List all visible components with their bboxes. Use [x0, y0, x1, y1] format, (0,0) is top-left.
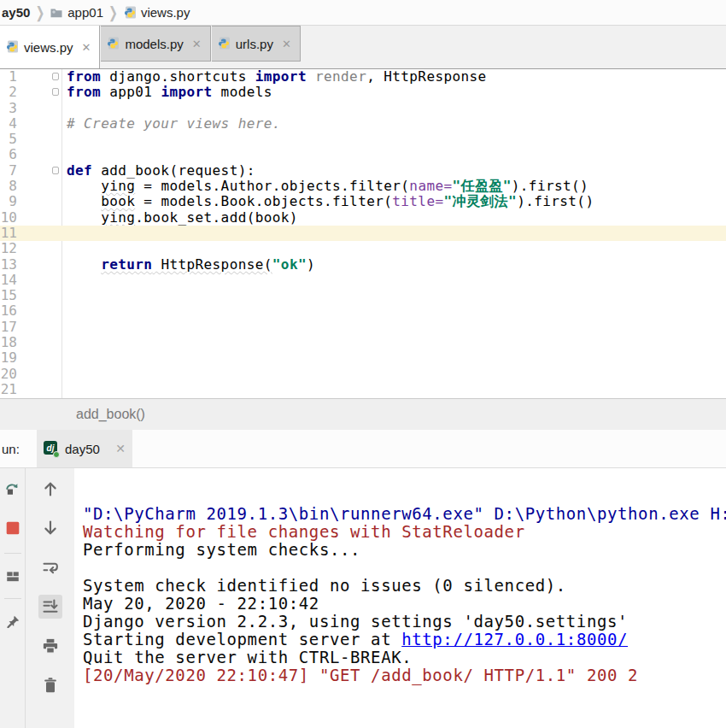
code-token: ).first() — [517, 193, 594, 209]
print-icon[interactable] — [41, 637, 60, 655]
line-number: 16 — [0, 303, 17, 319]
line-number: 4 — [0, 116, 17, 132]
code-editor[interactable]: 1from django.shortcuts import render, Ht… — [0, 69, 726, 398]
rerun-server-icon[interactable] — [3, 479, 22, 498]
up-arrow-icon[interactable] — [41, 479, 60, 498]
code-token: models — [213, 84, 272, 100]
code-line[interactable]: 5 — [0, 132, 726, 147]
code-line[interactable]: 13 return HttpResponse("ok") — [0, 257, 726, 273]
current-function-breadcrumb[interactable]: add_book() — [76, 407, 145, 422]
code-token: = models.Book.objects.filter( — [135, 193, 392, 209]
code-line[interactable]: 12 — [0, 241, 726, 256]
code-token: ).first() — [512, 178, 588, 194]
fold-marker-icon[interactable] — [52, 167, 59, 174]
code-line[interactable]: 8 ying = models.Author.objects.filter(na… — [0, 179, 726, 194]
console-text: Django version 2.2.3, using settings 'da… — [83, 612, 628, 631]
console-line: Quit the server with CTRL-BREAK. — [83, 649, 726, 666]
console-line: [20/May/2020 22:10:47] "GET /add_book/ H… — [83, 666, 726, 684]
console-line: System check identified no issues (0 sil… — [83, 577, 726, 595]
close-icon[interactable]: ✕ — [82, 41, 91, 54]
code-token: from — [67, 69, 101, 85]
code-token: = models.Author.objects.filter( — [135, 178, 409, 194]
python-file-icon — [217, 37, 231, 50]
tab-models-py[interactable]: models.py ✕ — [101, 26, 210, 62]
restore-layout-icon[interactable] — [3, 567, 22, 586]
line-number: 20 — [0, 367, 17, 382]
code-token: "冲灵剑法" — [443, 193, 517, 209]
code-token: import — [161, 84, 212, 100]
breadcrumb-project[interactable]: ay50 — [2, 5, 30, 20]
console-text: System check identified no issues (0 sil… — [83, 576, 566, 595]
code-line[interactable]: 3 — [0, 101, 726, 116]
close-icon[interactable]: ✕ — [115, 442, 126, 455]
scroll-to-end-icon[interactable] — [38, 595, 62, 619]
line-number: 1 — [0, 69, 17, 85]
line-number: 9 — [0, 194, 17, 209]
server-url-link[interactable]: http://127.0.0.1:8000/ — [401, 630, 628, 649]
breadcrumb-file[interactable]: views.py — [123, 5, 190, 20]
tab-views-py[interactable]: views.py ✕ — [0, 26, 100, 68]
code-line[interactable]: 16 — [0, 303, 726, 319]
code-line[interactable]: 7def add_book(request): — [0, 163, 726, 179]
code-line[interactable]: 1from django.shortcuts import render, Ht… — [0, 69, 726, 85]
code-line[interactable]: 14 — [0, 273, 726, 288]
code-line[interactable]: 21 — [0, 382, 726, 397]
run-tool-window-header: un: dj day50 ✕ — [0, 430, 726, 468]
fold-marker-icon[interactable] — [52, 73, 59, 80]
clear-all-icon[interactable] — [41, 676, 60, 695]
code-token: def — [67, 162, 92, 179]
code-line[interactable]: 19 — [0, 350, 726, 366]
close-icon[interactable]: ✕ — [282, 38, 291, 50]
code-token — [67, 209, 101, 226]
run-config-tab-day50[interactable]: dj day50 ✕ — [37, 430, 132, 467]
console-text: Performing system checks... — [83, 540, 360, 559]
tab-urls-py[interactable]: urls.py ✕ — [212, 26, 301, 62]
code-line[interactable]: 20 — [0, 367, 726, 382]
stop-icon[interactable] — [3, 519, 22, 537]
code-token: "ok" — [272, 256, 307, 273]
console-line — [83, 559, 726, 577]
run-console-output[interactable]: "D:\PyCharm 2019.1.3\bin\runnerw64.exe" … — [74, 468, 726, 728]
code-line[interactable]: 9 book = models.Book.objects.filter(titl… — [0, 194, 726, 209]
tab-label: views.py — [24, 40, 73, 55]
close-icon[interactable]: ✕ — [192, 38, 202, 50]
console-line: Watching for file changes with StatReloa… — [83, 523, 726, 541]
code-token: ying — [101, 209, 135, 226]
code-token: app01 — [101, 84, 161, 100]
breadcrumb-package[interactable]: app01 — [50, 5, 103, 20]
editor-breadcrumb-bar: add_book() — [0, 398, 726, 430]
soft-wrap-icon[interactable] — [41, 558, 60, 577]
code-token: from — [67, 84, 101, 100]
python-file-icon — [5, 40, 19, 54]
line-number: 8 — [0, 179, 17, 194]
console-text: May 20, 2020 - 22:10:42 — [83, 594, 319, 613]
code-line[interactable]: 15 — [0, 288, 726, 303]
run-window-label: un: — [0, 442, 37, 456]
code-line[interactable]: 18 — [0, 335, 726, 350]
run-tab-label: day50 — [65, 442, 100, 456]
code-token: django.shortcuts — [101, 69, 255, 85]
code-line[interactable]: 4# Create your views here. — [0, 116, 726, 132]
running-indicator-dot — [53, 451, 60, 458]
console-toolbar — [26, 468, 74, 728]
line-number: 5 — [0, 132, 17, 147]
django-icon: dj — [44, 441, 59, 456]
console-line: Django version 2.2.3, using settings 'da… — [83, 613, 726, 631]
toolbar-divider — [4, 598, 21, 599]
code-line[interactable]: 2from app01 import models — [0, 85, 726, 100]
pin-tab-icon[interactable] — [3, 613, 22, 631]
breadcrumb: ay50 ❯ app01 ❯ views.py — [0, 0, 726, 26]
fold-marker-icon[interactable] — [52, 88, 59, 96]
code-token: ) — [307, 256, 315, 273]
python-file-icon — [123, 6, 137, 20]
code-line[interactable]: 17 — [0, 320, 726, 335]
code-line[interactable]: 6 — [0, 147, 726, 162]
line-number: 13 — [0, 257, 17, 273]
code-line[interactable]: 10 ying.book_set.add(book) — [0, 210, 726, 226]
code-token: "任盈盈" — [453, 178, 512, 194]
console-text: Watching for file changes with StatReloa… — [83, 522, 525, 541]
code-lines: 1from django.shortcuts import render, Ht… — [0, 69, 726, 397]
down-arrow-icon[interactable] — [41, 519, 60, 537]
code-line[interactable]: 11 — [0, 226, 726, 241]
code-token: # Create your views here. — [67, 115, 281, 132]
